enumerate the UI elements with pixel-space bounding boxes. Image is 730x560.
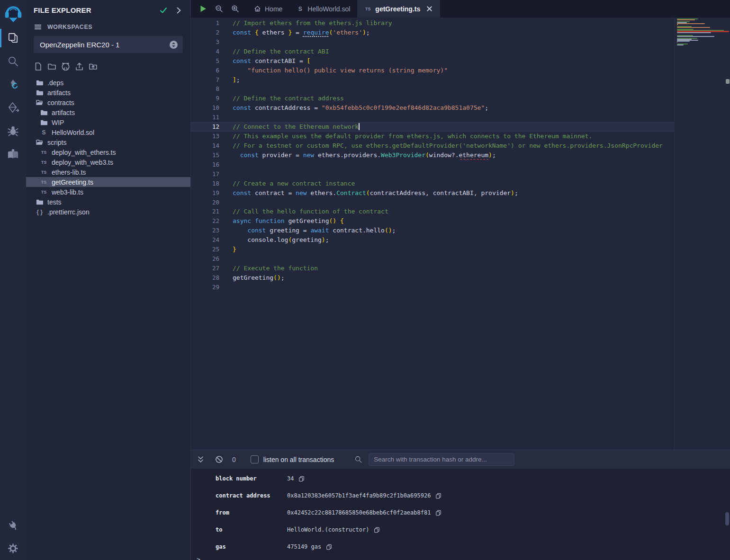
- code-line-29[interactable]: 29: [191, 283, 674, 292]
- github-icon[interactable]: [61, 62, 70, 71]
- code-line-12[interactable]: 12// Connect to the Ethereum network: [191, 122, 674, 132]
- tree-item-ethers-lib-ts[interactable]: TSethers-lib.ts: [26, 167, 190, 177]
- copy-icon[interactable]: [298, 476, 305, 482]
- line-number[interactable]: 21: [191, 207, 219, 216]
- code-line-27[interactable]: 27// Execute the function: [191, 264, 674, 273]
- line-number[interactable]: 4: [191, 47, 219, 56]
- activity-plugin-manager[interactable]: [0, 514, 26, 537]
- copy-icon[interactable]: [326, 544, 332, 550]
- line-number[interactable]: 22: [191, 216, 219, 226]
- code-line-15[interactable]: 15 const provider = new ethers.providers…: [191, 151, 674, 160]
- line-number[interactable]: 18: [191, 179, 219, 188]
- code-line-9[interactable]: 9// Define the contract address: [191, 94, 674, 103]
- line-number[interactable]: 23: [191, 226, 219, 235]
- code-line-19[interactable]: 19const contract = new ethers.Contract(c…: [191, 188, 674, 198]
- code-line-11[interactable]: 11: [191, 113, 674, 122]
- code-line-1[interactable]: 1// Import ethers from the ethers.js lib…: [191, 18, 674, 28]
- code-line-5[interactable]: 5const contractABI = [: [191, 56, 674, 66]
- code-line-8[interactable]: 8: [191, 84, 674, 94]
- line-number[interactable]: 24: [191, 235, 219, 245]
- line-number[interactable]: 3: [191, 37, 219, 47]
- code-line-22[interactable]: 22async function getGreeting() {: [191, 216, 674, 226]
- tree-item-contracts[interactable]: contracts: [26, 98, 190, 107]
- line-number[interactable]: 19: [191, 188, 219, 198]
- tree-item-scripts[interactable]: scripts: [26, 137, 190, 147]
- activity-settings[interactable]: [0, 537, 26, 560]
- activity-solidity-book[interactable]: [0, 142, 26, 166]
- upload-folder-icon[interactable]: [89, 62, 98, 71]
- code-line-26[interactable]: 26: [191, 254, 674, 264]
- terminal-scrollbar-thumb[interactable]: [725, 512, 729, 525]
- tree-item-deploy-with-web3-ts[interactable]: TSdeploy_with_web3.ts: [26, 157, 190, 167]
- tree-item--prettierrc-json[interactable]: { }.prettierrc.json: [26, 207, 190, 217]
- line-number[interactable]: 13: [191, 132, 219, 141]
- line-number[interactable]: 29: [191, 283, 219, 292]
- code-line-4[interactable]: 4// Define the contract ABI: [191, 47, 674, 56]
- tree-item-getgreeting-ts[interactable]: TSgetGreeting.ts: [26, 177, 190, 187]
- line-number[interactable]: 27: [191, 264, 219, 273]
- clear-console-icon[interactable]: [215, 455, 223, 463]
- code-line-25[interactable]: 25}: [191, 245, 674, 254]
- hamburger-menu-icon[interactable]: [34, 23, 42, 31]
- line-number[interactable]: 25: [191, 245, 219, 254]
- code-line-24[interactable]: 24 console.log(greeting);: [191, 235, 674, 245]
- line-number[interactable]: 14: [191, 141, 219, 151]
- copy-icon[interactable]: [435, 493, 442, 499]
- line-number[interactable]: 16: [191, 160, 219, 169]
- code-line-10[interactable]: 10const contractAddress = "0xb54febb5c0c…: [191, 103, 674, 113]
- code-line-17[interactable]: 17: [191, 169, 674, 179]
- line-number[interactable]: 26: [191, 254, 219, 264]
- chevron-right-icon[interactable]: [174, 6, 183, 15]
- listen-checkbox[interactable]: [251, 455, 259, 463]
- code-line-28[interactable]: 28getGreeting();: [191, 273, 674, 283]
- code-line-21[interactable]: 21// Call the hello function of the cont…: [191, 207, 674, 216]
- line-number[interactable]: 11: [191, 113, 219, 122]
- activity-remix-logo[interactable]: [0, 0, 26, 27]
- line-number[interactable]: 28: [191, 273, 219, 283]
- activity-search-panel[interactable]: [0, 50, 26, 73]
- run-script-button[interactable]: [199, 5, 207, 13]
- line-number[interactable]: 5: [191, 56, 219, 66]
- line-number[interactable]: 8: [191, 84, 219, 94]
- copy-icon[interactable]: [435, 510, 442, 516]
- zoom-out-icon[interactable]: [215, 5, 223, 13]
- line-number[interactable]: 12: [191, 122, 219, 132]
- expand-terminal-icon[interactable]: [197, 455, 205, 463]
- tree-item-artifacts[interactable]: artifacts: [26, 88, 190, 98]
- code-line-14[interactable]: 14// For a testnet or custom RPC, use et…: [191, 141, 674, 151]
- line-number[interactable]: 10: [191, 103, 219, 113]
- code-line-13[interactable]: 13// This example uses the default provi…: [191, 132, 674, 141]
- workspace-select[interactable]: OpenZeppelin ERC20 - 1: [34, 36, 183, 53]
- line-number[interactable]: 17: [191, 169, 219, 179]
- terminal-prompt[interactable]: >: [191, 555, 730, 560]
- code-line-7[interactable]: 7];: [191, 75, 674, 85]
- tree-item--deps[interactable]: .deps: [26, 78, 190, 88]
- copy-icon[interactable]: [374, 527, 380, 533]
- tree-item-tests[interactable]: tests: [26, 197, 190, 207]
- line-number[interactable]: 7: [191, 75, 219, 85]
- close-tab-icon[interactable]: [426, 5, 433, 12]
- tab-home[interactable]: Home: [247, 0, 289, 18]
- code-line-23[interactable]: 23 const greeting = await contract.hello…: [191, 226, 674, 235]
- minimap[interactable]: [674, 18, 730, 450]
- code-line-3[interactable]: 3: [191, 37, 674, 47]
- code-line-6[interactable]: 6 "function hello() public view returns …: [191, 66, 674, 75]
- accept-check-icon[interactable]: [159, 6, 168, 15]
- zoom-in-icon[interactable]: [231, 5, 239, 13]
- line-number[interactable]: 1: [191, 18, 219, 28]
- tab-getgreeting-ts[interactable]: TSgetGreeting.ts: [357, 0, 440, 18]
- new-folder-icon[interactable]: [47, 62, 56, 71]
- activity-file-explorer[interactable]: [0, 27, 26, 50]
- editor-scrollbar-thumb[interactable]: [726, 79, 730, 84]
- tab-helloworld-sol[interactable]: SHelloWorld.sol: [289, 0, 357, 18]
- code-line-2[interactable]: 2const { ethers } = require('ethers');: [191, 28, 674, 37]
- line-number[interactable]: 2: [191, 28, 219, 37]
- code-line-18[interactable]: 18// Create a new contract instance: [191, 179, 674, 188]
- activity-solidity-compiler[interactable]: [0, 73, 26, 96]
- activity-debugger[interactable]: [0, 119, 26, 142]
- code-line-16[interactable]: 16: [191, 160, 674, 169]
- line-number[interactable]: 15: [191, 151, 219, 160]
- terminal-search-input[interactable]: [369, 453, 514, 466]
- new-file-icon[interactable]: [34, 62, 43, 71]
- upload-file-icon[interactable]: [75, 62, 84, 71]
